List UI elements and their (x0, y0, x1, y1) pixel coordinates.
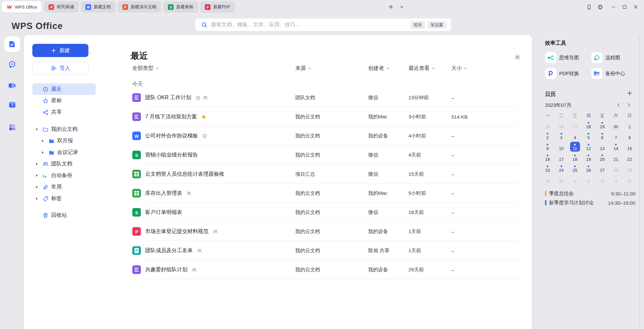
calendar-day[interactable]: 2 (541, 130, 554, 141)
calendar-day[interactable]: 8 (623, 130, 636, 141)
calendar-day[interactable]: 26 (554, 119, 568, 130)
caret-right-icon[interactable] (34, 197, 40, 200)
calendar-day[interactable]: 21 (609, 152, 623, 163)
sidebar-item-6[interactable]: 团队文档 (32, 158, 96, 170)
calendar-day[interactable]: 13 (596, 141, 609, 152)
file-row-6[interactable]: S客户订单明细表我的云文档微信18天前– (130, 203, 519, 222)
filter-2[interactable]: 创建者 (368, 65, 408, 72)
calendar-day[interactable]: 7 (609, 130, 623, 141)
calendar-day[interactable]: 22 (623, 152, 636, 163)
calendar-day[interactable]: 1 (568, 174, 582, 185)
file-row-4[interactable]: 云文档管人员信息统计表理器验收项目汇总微信15天前– (130, 164, 519, 184)
calendar-day[interactable]: 17 (554, 152, 568, 163)
file-row-0[interactable]: 团队 OKR 工作计划团队文档微信13分钟前– (130, 88, 519, 107)
calendar-day[interactable]: 3 (596, 174, 609, 185)
event-item-1[interactable]: 新季度学习计划讨论14:30–16:00 (545, 198, 635, 207)
sidebar-item-5[interactable]: 会议记录 (32, 147, 96, 158)
calendar-day[interactable]: 23 (541, 163, 554, 174)
tool-3[interactable]: 备份中心 (591, 68, 637, 79)
event-item-0[interactable]: 季度总结会9:30–11:00 (545, 189, 635, 198)
window-tab-0[interactable]: WPS Office (2, 1, 42, 13)
filter-4[interactable]: 大小 (451, 65, 519, 72)
file-row-1[interactable]: 7 月线下活动策划方案我的云文档我的Mac3小时前514 KB (130, 107, 519, 126)
calendar-day[interactable]: 12 (582, 141, 595, 152)
maximize-button[interactable] (619, 2, 630, 12)
calendar-day[interactable]: 3 (554, 130, 568, 141)
scrollbar[interactable] (639, 36, 640, 326)
search-chip-1[interactable]: 策划案 (428, 21, 446, 29)
caret-right-icon[interactable] (34, 174, 40, 177)
search-chip-0[interactable]: 简历 (410, 21, 425, 29)
calendar-prev-button[interactable] (616, 103, 621, 107)
window-tab-1[interactable]: 稻壳商城 (44, 1, 79, 13)
calendar-day[interactable]: 9 (541, 141, 554, 152)
window-tab-2[interactable]: W新建文档 (81, 1, 115, 13)
window-tab-5[interactable]: P新建PDF (200, 1, 235, 13)
phone-sync-button[interactable] (583, 2, 595, 12)
calendar-day[interactable]: 20 (596, 152, 609, 163)
calendar-day[interactable]: 28 (609, 163, 623, 174)
calendar-day[interactable]: 15 (623, 141, 636, 152)
search-input[interactable] (211, 22, 408, 28)
calendar-day[interactable]: 24 (554, 163, 568, 174)
sidebar-item-1[interactable]: 星标 (32, 95, 96, 106)
window-tab-4[interactable]: S新建表格 (163, 1, 198, 13)
file-row-8[interactable]: 团队成员及分工名单我的云文档陈旭 共享1天前– (130, 241, 519, 260)
calendar-day[interactable]: 25 (541, 119, 554, 130)
tool-0[interactable]: 思维导图 (545, 52, 591, 63)
calendar-day[interactable]: 4 (609, 174, 623, 185)
calendar-day[interactable]: 18 (568, 152, 582, 163)
new-document-button[interactable]: 新建 (32, 44, 88, 57)
caret-right-icon[interactable] (34, 186, 40, 189)
rail-item-apps[interactable] (0, 123, 24, 132)
calendar-day[interactable]: 27 (568, 119, 582, 130)
rail-item-meetings[interactable] (0, 81, 24, 90)
caret-right-icon[interactable] (34, 163, 40, 165)
filter-0[interactable]: 全部类型 (132, 65, 295, 72)
caret-right-icon[interactable] (40, 151, 46, 154)
calendar-day[interactable]: 28 (582, 119, 595, 130)
list-settings-button[interactable] (514, 54, 521, 61)
calendar-day[interactable]: 31 (554, 174, 568, 185)
search-bar[interactable]: 简历策划案 (195, 18, 451, 31)
sidebar-item-10[interactable]: 回收站 (32, 210, 96, 221)
sidebar-item-4[interactable]: 双月报 (32, 135, 96, 147)
tool-1[interactable]: 流程图 (591, 52, 637, 63)
calendar-day[interactable]: 26 (582, 163, 595, 174)
file-row-9[interactable]: 兴趣爱好组队计划我的云文档我的设备29天前– (130, 260, 519, 279)
sidebar-item-0[interactable]: 最近 (32, 83, 96, 95)
rail-item-calendar[interactable]: 7 (0, 100, 24, 109)
file-row-2[interactable]: W公司对外合作协议模板我的云文档我的设备4小时前– (130, 126, 519, 145)
sidebar-item-3[interactable]: 我的云文档 (32, 124, 96, 135)
calendar-day[interactable]: 29 (623, 163, 636, 174)
calendar-day[interactable]: 5 (582, 130, 595, 141)
calendar-day[interactable]: 25 (568, 163, 582, 174)
calendar-day-selected[interactable]: 11 (568, 141, 582, 152)
caret-right-icon[interactable] (40, 139, 46, 142)
close-button[interactable] (630, 2, 641, 12)
file-row-7[interactable]: P市场主体登记提交材料规范我的云文档我的设备1天前– (130, 222, 519, 241)
calendar-day[interactable]: 2 (582, 174, 595, 185)
window-tab-3[interactable]: P新建演示文稿 (118, 1, 161, 13)
tab-list-dropdown[interactable] (400, 5, 404, 9)
sidebar-item-8[interactable]: 常用 (32, 181, 96, 193)
add-event-button[interactable] (627, 90, 632, 96)
calendar-next-button[interactable] (627, 103, 631, 107)
caret-down-icon[interactable] (34, 128, 40, 131)
calendar-day[interactable]: 30 (609, 119, 623, 130)
file-row-5[interactable]: 库存出入管理表我的云文档我的Mac5小时前– (130, 184, 519, 203)
calendar-day[interactable]: 14 (609, 141, 623, 152)
import-button[interactable]: 导入 (32, 62, 88, 75)
calendar-day[interactable]: 29 (596, 119, 609, 130)
file-row-3[interactable]: S营销小组业绩分析报告我的云文档微信4天前– (130, 145, 519, 164)
filter-1[interactable]: 来源 (295, 65, 368, 72)
calendar-day[interactable]: 30 (541, 174, 554, 185)
calendar-day[interactable]: 27 (596, 163, 609, 174)
sidebar-item-2[interactable]: 共享 (32, 106, 96, 118)
new-tab-button[interactable] (387, 3, 395, 11)
calendar-day[interactable]: 6 (596, 130, 609, 141)
rail-item-documents[interactable] (0, 36, 24, 52)
calendar-day[interactable]: 1 (623, 119, 636, 130)
calendar-day[interactable]: 16 (541, 152, 554, 163)
appearance-button[interactable] (595, 2, 606, 12)
